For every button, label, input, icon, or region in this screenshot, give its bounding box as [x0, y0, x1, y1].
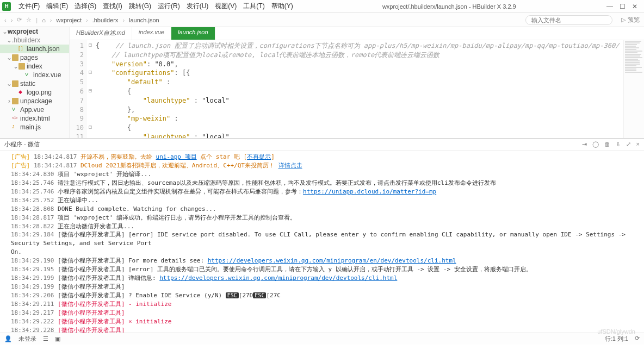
file-explorer[interactable]: ⌄wxproject⌄.hbuilderx[ ]launch.json⌄page… — [0, 27, 70, 138]
editor-tab[interactable]: index.vue — [132, 27, 171, 40]
menu-item[interactable]: 视图(V) — [212, 2, 240, 10]
folder-icon — [12, 54, 18, 61]
tree-item[interactable]: ⌄.hbuilderx — [0, 36, 69, 45]
tree-item[interactable]: ⌄index — [0, 62, 69, 71]
refresh-icon[interactable]: ⟳ — [17, 16, 22, 23]
tree-item[interactable]: ›unpackage — [0, 97, 69, 105]
breadcrumb-1[interactable]: .hbuilderx — [92, 17, 119, 23]
tree-item[interactable]: ⌄pages — [0, 53, 69, 62]
tree-item[interactable]: [ ]launch.json — [0, 45, 69, 53]
window-title: wxproject/.hbuilderx/launch.json - HBuil… — [296, 3, 602, 10]
minimap[interactable] — [623, 40, 644, 138]
console-panel: 小程序 - 微信 ⇥ ◯ 🗑 ⇩ ⤢ × [广告] 18:34:24.817 开… — [0, 138, 644, 333]
console-lock-icon[interactable]: ⇩ — [616, 141, 621, 148]
login-status[interactable]: 未登录 — [18, 335, 36, 343]
menu-item[interactable]: 选择(S) — [71, 2, 100, 10]
console-output[interactable]: [广告] 18:34:24.817 开源不易，需要鼓励。去给 uni-app 项… — [0, 151, 644, 333]
console-trash-icon[interactable]: 🗑 — [604, 141, 610, 148]
tree-item[interactable]: ◆logo.png — [0, 88, 69, 97]
code-editor[interactable]: 12345678910111213 ⊟⊟⊟⊟ { // launch.json … — [70, 40, 644, 138]
terminal-icon[interactable]: ▣ — [55, 335, 60, 342]
nav-back-icon[interactable]: ‹ — [4, 17, 7, 23]
file-icon: J — [12, 124, 18, 130]
folder-icon — [18, 63, 25, 70]
sync-icon[interactable]: ⟳ — [635, 335, 640, 343]
breadcrumb-2[interactable]: launch.json — [129, 17, 159, 23]
breadcrumb-0[interactable]: wxproject — [57, 17, 82, 23]
nav-forward-icon[interactable]: › — [11, 17, 13, 23]
console-send-icon[interactable]: ⇥ — [582, 141, 587, 148]
line-col: 行:1 列:1 — [605, 335, 628, 343]
preview-icon: ▷ — [621, 16, 626, 23]
tree-item[interactable]: ⌄wxproject — [0, 27, 69, 36]
menu-item[interactable]: 编辑(E) — [43, 2, 71, 10]
menu-item[interactable]: 跳转(G) — [126, 2, 154, 10]
file-icon: ◆ — [18, 89, 25, 96]
file-icon: [ ] — [18, 46, 25, 52]
folder-icon — [12, 98, 18, 104]
app-logo: H — [2, 2, 11, 11]
editor-tab[interactable]: launch.json — [171, 27, 215, 40]
menu-item[interactable]: 文件(F) — [15, 2, 43, 10]
tree-item[interactable]: Vindex.vue — [0, 71, 69, 79]
menu-item[interactable]: 运行(R) — [154, 2, 183, 10]
tree-item[interactable]: <>index.html — [0, 114, 69, 123]
layout-icon[interactable]: ☰ — [43, 335, 48, 342]
tree-item[interactable]: VApp.vue — [0, 105, 69, 114]
console-stop-icon[interactable]: ◯ — [592, 141, 599, 148]
menu-item[interactable]: 发行(U) — [183, 2, 212, 10]
file-icon: V — [12, 107, 18, 113]
preview-button[interactable]: ▷预览 — [621, 16, 640, 24]
menubar: H 文件(F)编辑(E)选择(S)查找(I)跳转(G)运行(R)发行(U)视图(… — [0, 0, 644, 13]
toolbar: ‹ › ⟳ ☆ | ⌂ › wxproject › .hbuilderx › l… — [0, 13, 644, 27]
console-expand-icon[interactable]: ⤢ — [626, 141, 631, 148]
menu-item[interactable]: 查找(I) — [100, 2, 125, 10]
maximize-icon[interactable]: ☐ — [620, 3, 626, 10]
tree-item[interactable]: Jmain.js — [0, 123, 69, 132]
file-icon: <> — [12, 115, 18, 122]
console-title: 小程序 - 微信 — [4, 140, 40, 148]
home-icon[interactable]: ⌂ — [42, 17, 46, 23]
minimize-icon[interactable]: — — [606, 3, 613, 10]
close-icon[interactable]: ✕ — [632, 3, 637, 10]
folder-icon — [12, 80, 18, 87]
editor-tabs: HBuilderX自述.mdindex.vuelaunch.json — [70, 27, 644, 40]
menu-item[interactable]: 工具(T) — [240, 2, 268, 10]
user-icon[interactable]: 👤 — [4, 335, 12, 342]
status-bar: 👤 未登录 ☰ ▣ 行:1 列:1 ⟳ — [0, 333, 644, 345]
tree-item[interactable]: ⌄static — [0, 79, 69, 88]
console-close-icon[interactable]: × — [636, 141, 640, 148]
star-icon[interactable]: ☆ — [26, 16, 32, 23]
search-input[interactable] — [525, 15, 612, 25]
watermark: ufSDN/glywdn — [597, 328, 635, 335]
file-icon: V — [25, 72, 32, 78]
editor-tab[interactable]: HBuilderX自述.md — [70, 27, 132, 40]
menu-item[interactable]: 帮助(Y) — [268, 2, 296, 10]
